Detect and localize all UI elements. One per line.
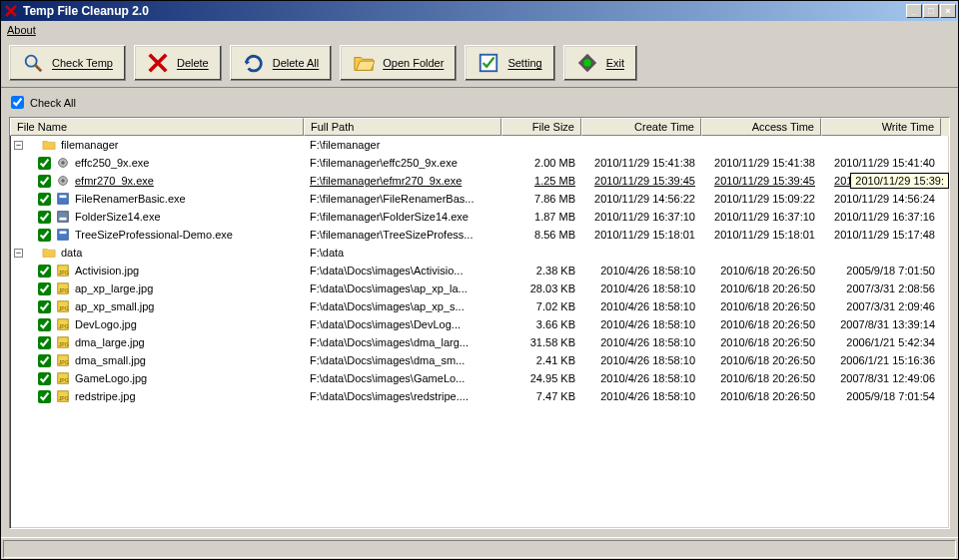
file-name: dma_small.jpg bbox=[75, 354, 146, 366]
file-size: 7.47 KB bbox=[501, 390, 581, 402]
file-row[interactable]: FileRenamerBasic.exeF:\filemanager\FileR… bbox=[10, 190, 949, 208]
row-checkbox[interactable] bbox=[38, 390, 51, 403]
write-time: 2010/11/29 14:56:24 bbox=[821, 193, 941, 205]
setting-button[interactable]: Setting bbox=[465, 45, 554, 81]
button-label: Check Temp bbox=[52, 57, 113, 69]
file-row[interactable]: TreeSizeProfessional-Demo.exeF:\filemana… bbox=[10, 226, 949, 244]
tree-collapse-icon[interactable]: − bbox=[14, 141, 23, 150]
jpg-icon bbox=[55, 280, 71, 296]
row-checkbox[interactable] bbox=[38, 282, 51, 295]
col-createtime[interactable]: Create Time bbox=[581, 118, 701, 136]
file-size: 2.00 MB bbox=[501, 157, 581, 169]
row-checkbox[interactable] bbox=[38, 354, 51, 367]
close-button[interactable]: × bbox=[940, 4, 956, 18]
folder-row[interactable]: −filemanagerF:\filemanager bbox=[10, 136, 949, 154]
disk-icon bbox=[55, 209, 71, 225]
file-name: effc250_9x.exe bbox=[75, 157, 149, 169]
access-time: 2010/6/18 20:26:50 bbox=[701, 265, 821, 277]
row-checkbox[interactable] bbox=[38, 229, 51, 242]
create-time: 2010/11/29 14:56:22 bbox=[581, 193, 701, 205]
statusbar bbox=[1, 537, 958, 559]
row-checkbox[interactable] bbox=[38, 157, 51, 170]
create-time: 2010/4/26 18:58:10 bbox=[581, 265, 701, 277]
tree-collapse-icon[interactable]: − bbox=[14, 249, 23, 258]
file-row[interactable]: efmr270_9x.exeF:\filemanager\efmr270_9x.… bbox=[10, 172, 949, 190]
col-accesstime[interactable]: Access Time bbox=[701, 118, 821, 136]
row-checkbox[interactable] bbox=[38, 175, 51, 188]
folder-row[interactable]: −dataF:\data bbox=[10, 244, 949, 262]
folder-name: data bbox=[61, 247, 82, 259]
button-label: Delete All bbox=[273, 57, 319, 69]
col-filesize[interactable]: File Size bbox=[501, 118, 581, 136]
write-time: 2007/3/31 2:08:56 bbox=[821, 282, 941, 294]
exit-button[interactable]: Exit bbox=[563, 45, 637, 81]
folder-name: filemanager bbox=[61, 139, 118, 151]
check-all-checkbox[interactable] bbox=[11, 96, 24, 109]
delete-button[interactable]: Delete bbox=[134, 45, 222, 81]
gear-icon bbox=[55, 173, 71, 189]
file-size: 24.95 KB bbox=[501, 372, 581, 384]
file-path: F:\filemanager\FolderSize14.exe bbox=[304, 211, 501, 223]
window-title: Temp File Cleanup 2.0 bbox=[23, 4, 149, 18]
jpg-icon bbox=[55, 316, 71, 332]
magnifier-icon bbox=[22, 52, 44, 74]
row-checkbox[interactable] bbox=[38, 193, 51, 206]
access-time: 2010/6/18 20:26:50 bbox=[701, 390, 821, 402]
file-row[interactable]: dma_small.jpgF:\data\Docs\images\dma_sm.… bbox=[10, 351, 949, 369]
file-name: GameLogo.jpg bbox=[75, 372, 147, 384]
col-writetime[interactable]: Write Time bbox=[821, 118, 941, 136]
window-buttons: _ □ × bbox=[906, 4, 956, 18]
file-path: F:\data\Docs\images\dma_sm... bbox=[304, 354, 501, 366]
check-temp-button[interactable]: Check Temp bbox=[9, 45, 126, 81]
maximize-button[interactable]: □ bbox=[923, 4, 939, 18]
access-time: 2010/11/29 15:18:01 bbox=[701, 229, 821, 241]
row-checkbox[interactable] bbox=[38, 372, 51, 385]
file-row[interactable]: Activision.jpgF:\data\Docs\images\Activi… bbox=[10, 262, 949, 280]
delete-all-button[interactable]: Delete All bbox=[230, 45, 332, 81]
file-row[interactable]: FolderSize14.exeF:\filemanager\FolderSiz… bbox=[10, 208, 949, 226]
titlebar: Temp File Cleanup 2.0 _ □ × bbox=[1, 1, 958, 21]
create-time: 2010/4/26 18:58:10 bbox=[581, 354, 701, 366]
toolbar: Check Temp Delete Delete All Open Folder… bbox=[1, 39, 958, 88]
menu-about[interactable]: About bbox=[7, 24, 36, 36]
file-name: dma_large.jpg bbox=[75, 336, 145, 348]
create-time: 2010/4/26 18:58:10 bbox=[581, 300, 701, 312]
folder-icon bbox=[353, 52, 375, 74]
create-time: 2010/4/26 18:58:10 bbox=[581, 390, 701, 402]
row-checkbox[interactable] bbox=[38, 265, 51, 278]
file-row[interactable]: dma_large.jpgF:\data\Docs\images\dma_lar… bbox=[10, 333, 949, 351]
refresh-icon bbox=[243, 52, 265, 74]
file-row[interactable]: DevLogo.jpgF:\data\Docs\images\DevLog...… bbox=[10, 315, 949, 333]
file-size: 31.58 KB bbox=[501, 336, 581, 348]
file-path: F:\data\Docs\images\ap_xp_s... bbox=[304, 300, 501, 312]
col-filename[interactable]: File Name bbox=[10, 118, 304, 136]
jpg-icon bbox=[55, 263, 71, 279]
access-time: 2010/11/29 15:09:22 bbox=[701, 193, 821, 205]
row-checkbox[interactable] bbox=[38, 336, 51, 349]
file-path: F:\data\Docs\images\GameLo... bbox=[304, 372, 501, 384]
file-size: 2.41 KB bbox=[501, 354, 581, 366]
write-time: 2005/9/18 7:01:54 bbox=[821, 390, 941, 402]
open-folder-button[interactable]: Open Folder bbox=[340, 45, 457, 81]
app-window: Temp File Cleanup 2.0 _ □ × About Check … bbox=[0, 0, 959, 560]
file-row[interactable]: effc250_9x.exeF:\filemanager\effc250_9x.… bbox=[10, 154, 949, 172]
file-path: F:\data\Docs\images\redstripe.... bbox=[304, 390, 501, 402]
file-size: 7.02 KB bbox=[501, 300, 581, 312]
create-time: 2010/4/26 18:58:10 bbox=[581, 372, 701, 384]
row-checkbox[interactable] bbox=[38, 318, 51, 331]
file-name: Activision.jpg bbox=[75, 265, 139, 277]
button-label: Exit bbox=[606, 57, 624, 69]
col-fullpath[interactable]: Full Path bbox=[304, 118, 501, 136]
file-row[interactable]: ap_xp_large.jpgF:\data\Docs\images\ap_xp… bbox=[10, 280, 949, 297]
file-size: 2.38 KB bbox=[501, 265, 581, 277]
file-name: ap_xp_large.jpg bbox=[75, 282, 153, 294]
file-row[interactable]: redstripe.jpgF:\data\Docs\images\redstri… bbox=[10, 387, 949, 405]
folder-path: F:\data bbox=[304, 247, 501, 259]
minimize-button[interactable]: _ bbox=[906, 4, 922, 18]
content-area: Check All File Name Full Path File Size … bbox=[1, 88, 958, 537]
file-row[interactable]: ap_xp_small.jpgF:\data\Docs\images\ap_xp… bbox=[10, 297, 949, 315]
row-checkbox[interactable] bbox=[38, 211, 51, 224]
folder-icon bbox=[41, 245, 57, 261]
row-checkbox[interactable] bbox=[38, 300, 51, 313]
file-row[interactable]: GameLogo.jpgF:\data\Docs\images\GameLo..… bbox=[10, 369, 949, 387]
